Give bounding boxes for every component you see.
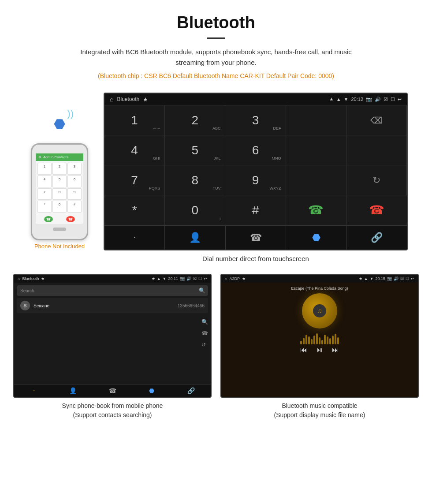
- key-0-sub: +: [219, 216, 221, 221]
- dial-key-star[interactable]: *: [104, 195, 165, 225]
- contacts-bt-icon: ★: [152, 276, 155, 281]
- dial-key-4[interactable]: 4 GHI: [104, 135, 165, 165]
- dial-key-8[interactable]: 8 TUV: [165, 165, 225, 195]
- bottom-toolbar: ⬝️ 👤 ☎ ⬣ 🔗: [104, 225, 407, 250]
- play-pause-icon[interactable]: ⏯: [316, 346, 323, 354]
- contacts-usb-icon: ★: [41, 276, 45, 281]
- music-loc-icon: ▲: [364, 276, 368, 281]
- screen-icon: ☐: [391, 97, 395, 102]
- header-divider: [207, 37, 225, 39]
- bluetooth-icon: ⬣︎: [54, 116, 65, 131]
- volume-icon: 🔊: [375, 97, 381, 102]
- key-star-num: *: [132, 203, 137, 217]
- x-icon: ☒: [384, 97, 388, 102]
- dial-backspace[interactable]: ⌫: [346, 105, 407, 135]
- phone-screen: ⊕Add to Contacts 1 2 3 4 5 6 7 8 9 * 0 #: [36, 153, 83, 224]
- link-icon-mini: 🔗: [187, 387, 195, 394]
- music-screenshot-item: ⌂ A2DP ★ ★ ▲ ▼ 20:15 📷 🔊 ☒ ☐ ↩ Escape (: [220, 274, 419, 420]
- phone-key-9: 9: [67, 188, 82, 200]
- key-6-num: 6: [252, 143, 259, 157]
- key-0-num: 0: [192, 203, 199, 217]
- contacts-toolbar-phone[interactable]: ☎: [93, 387, 132, 394]
- dial-refresh[interactable]: ↻: [346, 165, 407, 195]
- contacts-body: Search 🔍 S Seicane 13566664466: [14, 283, 211, 384]
- music-statusbar-left: ⌂ A2DP ★: [225, 276, 246, 281]
- toolbar-grid-btn[interactable]: ⬝️: [104, 226, 165, 250]
- key-4-num: 4: [131, 143, 138, 157]
- header-specs: (Bluetooth chip : CSR BC6 Default Blueto…: [9, 72, 423, 79]
- dial-grid: 1 ∾∾ 2 ABC 3 DEF ⌫ 4 GHI: [104, 105, 407, 225]
- contacts-scr-icon: ☐: [198, 276, 202, 281]
- user-icon-mini: 👤: [69, 387, 77, 394]
- phone-key-1: 1: [37, 163, 52, 175]
- music-sig-icon: ▼: [370, 276, 374, 281]
- location-icon: ▲: [336, 97, 341, 102]
- phone-bottom-bar: ☎ ☎: [36, 214, 83, 224]
- phone-screen-top: ⊕Add to Contacts: [36, 153, 83, 161]
- contacts-toolbar-user[interactable]: 👤: [53, 387, 93, 394]
- toolbar-link-btn[interactable]: 🔗: [347, 226, 407, 250]
- prev-icon[interactable]: ⏮: [300, 346, 307, 354]
- key-5-num: 5: [192, 143, 199, 157]
- page-title: Bluetooth: [9, 13, 423, 32]
- next-icon[interactable]: ⏭: [332, 346, 339, 354]
- dial-key-hash[interactable]: #: [225, 195, 286, 225]
- music-caption: Bluetooth music compatible (Support disp…: [274, 401, 365, 420]
- key-1-num: 1: [131, 113, 138, 127]
- contacts-toolbar-bt[interactable]: ⬣: [132, 387, 171, 394]
- music-bt-icon: ★: [359, 276, 362, 281]
- grid-icon: ⬝️: [132, 232, 138, 243]
- dial-key-1[interactable]: 1 ∾∾: [104, 105, 165, 135]
- statusbar-left: ⌂ Bluetooth ★: [110, 96, 148, 103]
- dial-key-0[interactable]: 0 +: [165, 195, 225, 225]
- phone-key-4: 4: [37, 175, 52, 187]
- music-screen-title: A2DP: [229, 276, 240, 281]
- phone-key-8: 8: [52, 188, 67, 200]
- contacts-icon: 👤: [189, 232, 201, 243]
- key-3-num: 3: [252, 113, 259, 127]
- music-home-icon: ⌂: [225, 276, 227, 281]
- phone-key-hash: #: [67, 201, 82, 213]
- music-body: Escape (The Pina Colada Song) ♫ ⏮ ⏯ ⏭: [221, 283, 418, 397]
- music-note-icon: ♫: [317, 307, 322, 314]
- dial-key-6[interactable]: 6 MNO: [225, 135, 286, 165]
- music-mini-screen: ⌂ A2DP ★ ★ ▲ ▼ 20:15 📷 🔊 ☒ ☐ ↩ Escape (: [220, 274, 419, 398]
- dial-key-7[interactable]: 7 PQRS: [104, 165, 165, 195]
- music-scr-icon: ☐: [406, 276, 409, 281]
- dial-key-5[interactable]: 5 JKL: [165, 135, 225, 165]
- toolbar-calls-btn[interactable]: ☎: [226, 226, 286, 250]
- car-screen: ⌂ Bluetooth ★ ★ ▲ ▼ 20:12 📷 🔊 ☒ ☐ ↩: [104, 93, 408, 250]
- music-usb-icon: ★: [242, 276, 246, 281]
- contacts-toolbar-grid[interactable]: ⬝: [14, 387, 53, 394]
- dial-key-3[interactable]: 3 DEF: [225, 105, 286, 135]
- contacts-sig-icon: ▼: [163, 276, 167, 281]
- phone-key-6: 6: [67, 175, 82, 187]
- dial-empty-1: [286, 105, 346, 135]
- link-icon: 🔗: [371, 232, 383, 243]
- toolbar-bluetooth-btn[interactable]: ⬣: [286, 226, 346, 250]
- dial-key-9[interactable]: 9 WXYZ: [225, 165, 286, 195]
- music-cam-icon: 📷: [387, 276, 392, 281]
- key-7-num: 7: [131, 173, 138, 187]
- key-hash-num: #: [252, 203, 259, 217]
- search-bar[interactable]: Search 🔍: [17, 285, 208, 296]
- contacts-side-icons: 🔍 ☎ ↺: [201, 319, 208, 348]
- statusbar-right: ★ ▲ ▼ 20:12 📷 🔊 ☒ ☐ ↩: [329, 97, 402, 102]
- contacts-back-icon: ↩: [204, 276, 207, 281]
- contacts-toolbar-link[interactable]: 🔗: [171, 387, 211, 394]
- refresh-icon: ↻: [372, 175, 380, 186]
- toolbar-contacts-btn[interactable]: 👤: [165, 226, 225, 250]
- contacts-statusbar-left: ⌂ Bluetooth ★: [18, 276, 45, 281]
- contacts-mini-screen: ⌂ Bluetooth ★ ★ ▲ ▼ 20:11 📷 🔊 ☒ ☐ ↩: [13, 274, 212, 398]
- key-6-sub: MNO: [272, 156, 281, 161]
- phone-key-7: 7: [37, 188, 52, 200]
- backspace-icon: ⌫: [370, 115, 383, 126]
- contacts-x-icon: ☒: [193, 276, 197, 281]
- contacts-caption: Sync phone-book from mobile phone (Suppo…: [62, 401, 163, 420]
- dial-call-green[interactable]: ☎: [286, 195, 346, 225]
- contact-row: S Seicane 13566664466: [17, 298, 208, 313]
- dial-call-red[interactable]: ☎: [346, 195, 407, 225]
- phone-image: ⊕Add to Contacts 1 2 3 4 5 6 7 8 9 * 0 #: [31, 143, 88, 240]
- call-red-icon: ☎: [369, 203, 384, 217]
- dial-key-2[interactable]: 2 ABC: [165, 105, 225, 135]
